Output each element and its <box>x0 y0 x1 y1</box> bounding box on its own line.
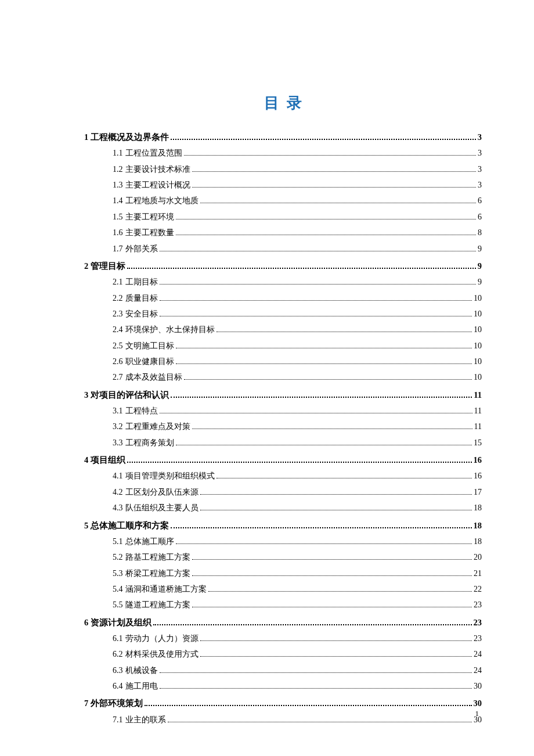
toc-entry[interactable]: 5.5 隧道工程施工方案23 <box>84 599 482 611</box>
toc-entry-page: 3 <box>478 131 482 144</box>
toc-entry[interactable]: 5 总体施工顺序和方案18 <box>84 519 482 532</box>
toc-entry[interactable]: 2.1 工期目标9 <box>84 276 482 289</box>
toc-entry[interactable]: 7 外部环境策划30 <box>84 697 482 710</box>
toc-entry-label: 项目组织 <box>91 453 125 467</box>
toc-entry[interactable]: 5.4 涵洞和通道桥施工方案22 <box>84 583 482 596</box>
toc-entry[interactable]: 4.1 项目管理类别和组织模式16 <box>84 470 482 483</box>
toc-entry[interactable]: 1.4 工程地质与水文地质6 <box>84 195 482 207</box>
toc-entry[interactable]: 1.5 主要工程环境6 <box>84 211 482 224</box>
toc-entry-number: 3.1 <box>113 405 123 417</box>
toc-entry[interactable]: 4 项目组织16 <box>84 453 482 467</box>
toc-entry-page: 10 <box>474 355 482 368</box>
toc-list: 1 工程概况及边界条件31.1 工程位置及范围31.2 主要设计技术标准31.3… <box>84 131 482 726</box>
toc-entry-number: 3.2 <box>113 420 123 433</box>
toc-entry-number: 2.1 <box>113 276 123 289</box>
toc-entry-number: 4.1 <box>113 470 123 483</box>
toc-entry-number: 7 <box>84 697 88 710</box>
toc-entry-number: 6.3 <box>113 664 123 677</box>
toc-entry[interactable]: 1.3 主要工程设计概况3 <box>84 179 482 192</box>
toc-entry-number: 2.6 <box>113 355 123 368</box>
toc-entry-label: 安全目标 <box>125 308 158 321</box>
toc-entry[interactable]: 6.1 劳动力（人力）资源23 <box>84 632 482 645</box>
toc-entry-label: 隧道工程施工方案 <box>125 599 190 611</box>
toc-entry[interactable]: 2 管理目标9 <box>84 260 482 273</box>
toc-entry[interactable]: 5.1 总体施工顺序18 <box>84 535 482 548</box>
toc-entry[interactable]: 2.5 文明施工目标10 <box>84 340 482 352</box>
toc-entry-page: 10 <box>474 340 482 352</box>
toc-entry[interactable]: 3.3 工程商务策划15 <box>84 437 482 449</box>
toc-entry-page: 16 <box>474 470 482 483</box>
toc-entry-label: 质量目标 <box>125 292 158 305</box>
toc-entry-number: 6 <box>84 616 88 629</box>
toc-entry[interactable]: 2.3 安全目标10 <box>84 308 482 321</box>
toc-leader-dots <box>171 527 471 528</box>
toc-entry[interactable]: 5.3 桥梁工程施工方案21 <box>84 567 482 580</box>
toc-leader-dots <box>176 543 472 544</box>
toc-entry[interactable]: 2.6 职业健康目标10 <box>84 355 482 368</box>
toc-entry-number: 2.2 <box>113 292 123 305</box>
toc-entry-page: 23 <box>474 599 482 611</box>
toc-entry-label: 工区划分及队伍来源 <box>125 486 199 499</box>
toc-entry[interactable]: 4.3 队伍组织及主要人员18 <box>84 502 482 514</box>
toc-entry-number: 6.4 <box>113 680 123 693</box>
toc-entry[interactable]: 2.2 质量目标10 <box>84 292 482 305</box>
toc-entry[interactable]: 1.2 主要设计技术标准3 <box>84 163 482 176</box>
toc-entry-number: 5 <box>84 519 88 532</box>
toc-entry-number: 1.7 <box>113 243 123 255</box>
toc-leader-dots <box>153 624 471 625</box>
toc-entry[interactable]: 5.2 路基工程施工方案20 <box>84 551 482 564</box>
toc-leader-dots <box>127 462 471 463</box>
toc-entry-number: 2.7 <box>113 371 123 384</box>
toc-entry-label: 材料采供及使用方式 <box>125 648 199 661</box>
toc-entry-label: 总体施工顺序和方案 <box>91 519 169 532</box>
toc-leader-dots <box>176 219 477 219</box>
toc-leader-dots <box>184 155 477 156</box>
toc-leader-dots <box>200 510 472 510</box>
toc-entry[interactable]: 2.4 环境保护、水土保持目标10 <box>84 323 482 336</box>
toc-entry-page: 10 <box>474 308 482 321</box>
toc-entry-label: 施工用电 <box>125 680 158 693</box>
toc-entry-number: 3.3 <box>113 437 123 449</box>
toc-entry[interactable]: 6.4 施工用电30 <box>84 680 482 693</box>
toc-entry-number: 1.5 <box>113 211 123 224</box>
toc-entry[interactable]: 7.1 业主的联系30 <box>84 714 482 726</box>
toc-entry[interactable]: 1.1 工程位置及范围3 <box>84 147 482 160</box>
toc-entry-page: 9 <box>478 243 482 255</box>
toc-leader-dots <box>200 203 477 203</box>
toc-entry-page: 10 <box>474 292 482 305</box>
toc-entry-page: 20 <box>474 551 482 564</box>
toc-entry[interactable]: 2.7 成本及效益目标10 <box>84 371 482 384</box>
toc-entry-number: 1.6 <box>113 226 123 239</box>
toc-leader-dots <box>160 688 472 689</box>
toc-entry[interactable]: 3.1 工程特点11 <box>84 405 482 417</box>
toc-entry-label: 工程地质与水文地质 <box>125 195 199 207</box>
toc-entry-label: 劳动力（人力）资源 <box>125 632 199 645</box>
toc-leader-dots <box>192 429 472 429</box>
toc-entry-label: 管理目标 <box>91 260 125 273</box>
toc-entry[interactable]: 3 对项目的评估和认识11 <box>84 388 482 402</box>
toc-entry[interactable]: 6.3 机械设备24 <box>84 664 482 677</box>
toc-entry[interactable]: 4.2 工区划分及队伍来源17 <box>84 486 482 499</box>
toc-entry-label: 主要工程设计概况 <box>125 179 190 192</box>
toc-entry[interactable]: 1.7 外部关系9 <box>84 243 482 255</box>
toc-entry[interactable]: 1.6 主要工程数量8 <box>84 226 482 239</box>
toc-entry-number: 5.5 <box>113 599 123 611</box>
toc-entry-page: 18 <box>474 502 482 514</box>
toc-entry-page: 11 <box>474 405 482 417</box>
toc-entry[interactable]: 1 工程概况及边界条件3 <box>84 131 482 144</box>
toc-entry-number: 2.3 <box>113 308 123 321</box>
toc-entry-label: 业主的联系 <box>125 714 166 726</box>
toc-leader-dots <box>160 251 477 251</box>
toc-entry-number: 1.1 <box>113 147 123 160</box>
toc-entry[interactable]: 6 资源计划及组织23 <box>84 616 482 629</box>
toc-leader-dots <box>176 445 472 445</box>
toc-entry-number: 6.2 <box>113 648 123 661</box>
toc-leader-dots <box>192 187 477 188</box>
toc-entry-number: 2.4 <box>113 323 123 336</box>
title-char-1: 目 <box>264 94 287 111</box>
toc-entry-number: 4 <box>84 453 88 467</box>
toc-entry[interactable]: 6.2 材料采供及使用方式24 <box>84 648 482 661</box>
document-page: 目录 1 工程概况及边界条件31.1 工程位置及范围31.2 主要设计技术标准3… <box>0 0 534 726</box>
toc-entry[interactable]: 3.2 工程重难点及对策11 <box>84 420 482 433</box>
toc-entry-page: 18 <box>474 535 482 548</box>
